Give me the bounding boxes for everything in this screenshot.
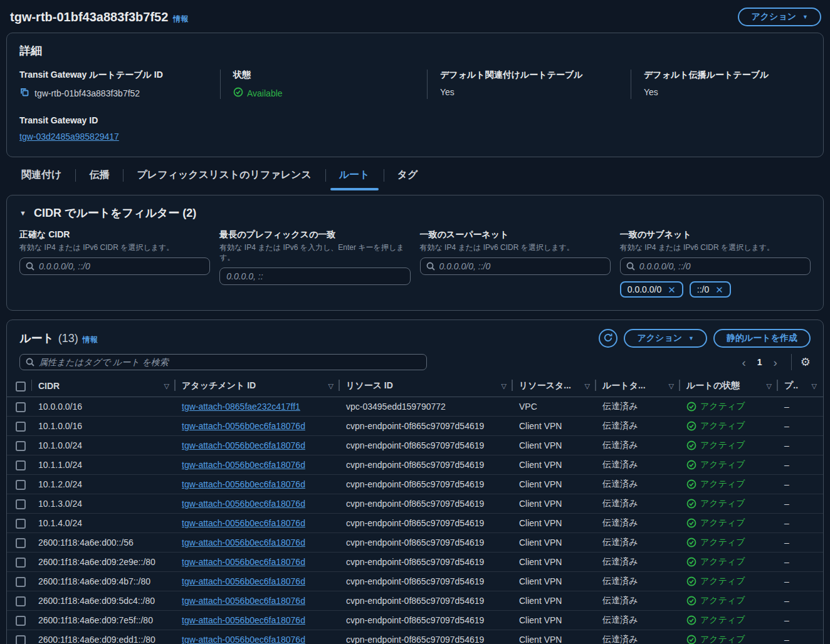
- tab-routes[interactable]: ルート: [325, 164, 384, 190]
- current-page[interactable]: 1: [754, 357, 766, 367]
- routes-search-input[interactable]: [19, 354, 427, 370]
- routes-info-link[interactable]: 情報: [83, 335, 98, 345]
- table-settings-gear-icon[interactable]: ⚙: [801, 355, 811, 369]
- remove-token-icon[interactable]: ✕: [668, 285, 676, 294]
- cell-route-state: アクティブ: [680, 455, 778, 475]
- cell-route-state: アクティブ: [680, 533, 778, 553]
- create-static-route-button[interactable]: 静的ルートを作成: [713, 329, 811, 348]
- row-checkbox[interactable]: [16, 422, 26, 432]
- column-header-resource-id[interactable]: リソース ID▽: [340, 377, 513, 397]
- attachment-link[interactable]: tgw-attach-0056b0ec6fa18076d: [182, 440, 305, 450]
- cell-route-state: アクティブ: [680, 553, 778, 572]
- tab-bar: 関連付け 伝播 プレフィックスリストのリファレンス ルート タグ: [6, 157, 824, 190]
- longest-prefix-input[interactable]: [219, 267, 410, 285]
- sort-icon[interactable]: ▽: [666, 382, 674, 390]
- cell-resource-id: cvpn-endpoint-0f865c97097d54619: [340, 611, 513, 630]
- cell-resource-id: cvpn-endpoint-0f865c97097d54619: [340, 553, 513, 572]
- row-checkbox[interactable]: [16, 402, 26, 412]
- cell-cidr: 10.1.4.0/24: [32, 514, 176, 533]
- attachment-link[interactable]: tgw-attach-0056b0ec6fa18076d: [182, 479, 305, 489]
- previous-page-icon[interactable]: ‹: [737, 356, 750, 368]
- status-active-icon: [686, 635, 696, 644]
- tab-prefix-list-references[interactable]: プレフィックスリストのリファレンス: [123, 164, 325, 190]
- column-header-resource-type[interactable]: リソースタ...▽: [513, 377, 596, 397]
- attachment-link[interactable]: tgw-attach-0056b0ec6fa18076d: [182, 557, 305, 567]
- table-row: 10.1.1.0/24 tgw-attach-0056b0ec6fa18076d…: [7, 455, 823, 475]
- row-checkbox[interactable]: [16, 460, 26, 470]
- cell-route-type: 伝達済み: [596, 533, 680, 553]
- row-checkbox[interactable]: [16, 519, 26, 529]
- supernet-input[interactable]: [420, 257, 611, 275]
- status-active-icon: [686, 576, 696, 586]
- row-checkbox[interactable]: [16, 538, 26, 548]
- cell-propagation: –: [778, 630, 823, 644]
- cell-resource-id: cvpn-endpoint-0f865c97097d54619: [340, 533, 513, 553]
- row-checkbox[interactable]: [16, 635, 26, 644]
- row-checkbox[interactable]: [16, 616, 26, 626]
- sort-icon[interactable]: ▽: [764, 382, 772, 390]
- tab-tags[interactable]: タグ: [384, 164, 432, 190]
- column-header-route-state[interactable]: ルートの状態▽: [680, 377, 778, 397]
- row-checkbox[interactable]: [16, 577, 26, 587]
- page: tgw-rtb-01bf43a883f3b7f52 情報 アクション ▼ 詳細 …: [0, 0, 830, 644]
- filter-exact-cidr: 正確な CIDR 有効な IP4 または IPv6 CIDR を選択します。: [19, 229, 210, 275]
- attachment-link[interactable]: tgw-attach-0056b0ec6fa18076d: [182, 635, 305, 644]
- cell-cidr: 10.0.0.0/16: [32, 397, 176, 417]
- sort-icon[interactable]: ▽: [326, 382, 334, 390]
- cell-propagation: –: [778, 611, 823, 630]
- cell-cidr: 2600:1f18:4a6e:d09:4b7::/80: [32, 572, 176, 591]
- column-header-route-type[interactable]: ルートタ...▽: [596, 377, 680, 397]
- filter-supernet: 一致のスーパーネット 有効な IP4 または IPv6 CIDR を選択します。: [420, 229, 611, 275]
- cell-cidr: 2600:1f18:4a6e:d09:edd1::/80: [32, 630, 176, 644]
- attachment-link[interactable]: tgw-attach-0056b0ec6fa18076d: [182, 518, 305, 528]
- cell-resource-type: Client VPN: [513, 475, 596, 494]
- attachment-link[interactable]: tgw-attach-0056b0ec6fa18076d: [182, 576, 305, 586]
- attachment-link[interactable]: tgw-attach-0865fae232c417ff1: [182, 402, 300, 412]
- tab-associations[interactable]: 関連付け: [8, 164, 75, 190]
- table-row: 10.1.4.0/24 tgw-attach-0056b0ec6fa18076d…: [7, 514, 823, 533]
- column-header-cidr[interactable]: CIDR▽: [32, 377, 176, 397]
- attachment-link[interactable]: tgw-attach-0056b0ec6fa18076d: [182, 460, 305, 470]
- row-checkbox[interactable]: [16, 441, 26, 451]
- cell-cidr: 10.1.0.0/16: [32, 417, 176, 436]
- routes-panel: ルート (13) 情報 アクション ▼ 静的ルートを作成: [6, 319, 824, 644]
- cell-route-state: アクティブ: [680, 630, 778, 644]
- sort-icon[interactable]: ▽: [162, 382, 169, 390]
- filter-token: 0.0.0.0/0 ✕: [620, 281, 683, 298]
- column-header-attachment-id[interactable]: アタッチメント ID▽: [176, 377, 340, 397]
- attachment-link[interactable]: tgw-attach-0056b0ec6fa18076d: [182, 596, 305, 606]
- attachment-link[interactable]: tgw-attach-0056b0ec6fa18076d: [182, 421, 305, 431]
- status-active-icon: [686, 615, 696, 625]
- attachment-link[interactable]: tgw-attach-0056b0ec6fa18076d: [182, 499, 305, 509]
- subnet-input[interactable]: [620, 257, 811, 275]
- row-checkbox[interactable]: [16, 558, 26, 568]
- table-row: 2600:1f18:4a6e:d09:5dc4::/80 tgw-attach-…: [7, 591, 823, 611]
- attachment-link[interactable]: tgw-attach-0056b0ec6fa18076d: [182, 615, 305, 625]
- copy-icon[interactable]: [19, 87, 29, 99]
- exact-cidr-input[interactable]: [19, 257, 210, 275]
- cell-resource-id: cvpn-endpoint-0f865c97097d54619: [340, 591, 513, 611]
- row-checkbox[interactable]: [16, 499, 26, 509]
- sort-icon[interactable]: ▽: [582, 382, 590, 390]
- routes-actions-button[interactable]: アクション ▼: [624, 329, 707, 348]
- select-all-checkbox[interactable]: [16, 382, 26, 392]
- filter-collapse-header[interactable]: ▼ CIDR でルートをフィルター (2): [19, 205, 811, 221]
- attachment-link[interactable]: tgw-attach-0056b0ec6fa18076d: [182, 538, 305, 548]
- row-checkbox[interactable]: [16, 596, 26, 606]
- sort-icon[interactable]: ▽: [499, 382, 507, 390]
- search-icon: [25, 261, 35, 273]
- page-info-link[interactable]: 情報: [173, 14, 188, 24]
- refresh-button[interactable]: [599, 329, 617, 348]
- cell-resource-type: Client VPN: [513, 417, 596, 436]
- transit-gateway-link[interactable]: tgw-03d2485a985829417: [19, 132, 119, 142]
- row-checkbox[interactable]: [16, 480, 26, 490]
- remove-token-icon[interactable]: ✕: [715, 285, 723, 294]
- divider: [791, 354, 792, 370]
- sort-icon[interactable]: ▽: [809, 382, 817, 390]
- cell-route-state: アクティブ: [680, 436, 778, 455]
- chevron-down-icon: ▼: [688, 336, 694, 341]
- tab-propagations[interactable]: 伝播: [75, 164, 123, 190]
- column-header-propagation[interactable]: プ..▽: [778, 377, 823, 397]
- next-page-icon[interactable]: ›: [769, 356, 782, 368]
- page-actions-button[interactable]: アクション ▼: [738, 8, 821, 26]
